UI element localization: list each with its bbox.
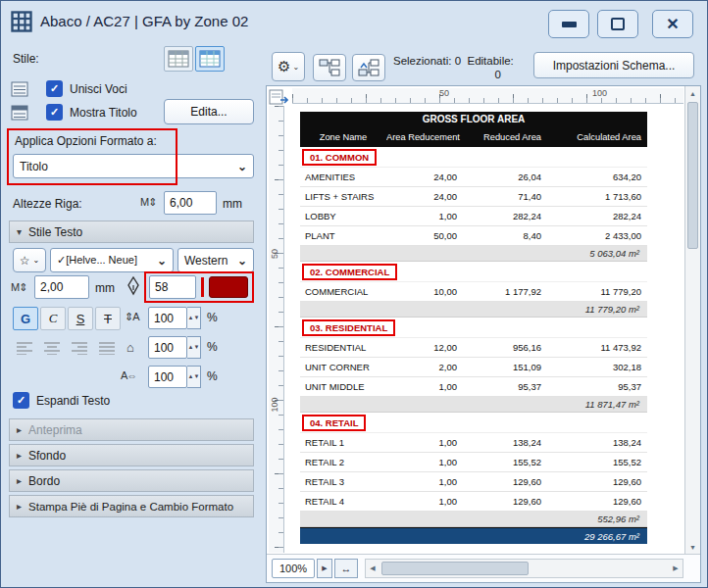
subtotal-row[interactable]: 11 871,47 m²: [300, 397, 647, 413]
subtotal-row[interactable]: 5 063,04 m²: [300, 246, 647, 262]
table-cell[interactable]: 10,00: [386, 286, 463, 297]
stile-testo-panel-header[interactable]: ▾ Stile Testo: [9, 220, 254, 243]
maximize-button[interactable]: [597, 10, 638, 38]
category-row[interactable]: 02. COMMERCIAL: [300, 262, 647, 282]
espandi-testo-checkbox[interactable]: ✓: [13, 392, 29, 409]
grand-total-row[interactable]: 29 266,67 m²: [300, 527, 647, 544]
table-row[interactable]: RESIDENTIAL12,00956,1611 473,92: [300, 338, 647, 358]
table-cell[interactable]: 95,37: [463, 381, 547, 392]
table-row[interactable]: RETAIL 41,00129,60129,60: [300, 492, 647, 512]
table-cell[interactable]: LIFTS + STAIRS: [300, 191, 386, 202]
table-cell[interactable]: 1,00: [386, 437, 463, 448]
strikethrough-button[interactable]: T: [95, 307, 121, 330]
table-cell[interactable]: AMENITIES: [300, 172, 386, 182]
table-row[interactable]: UNIT CORNER2,00151,09302,18: [300, 358, 647, 377]
scroll-left-icon[interactable]: ◀: [366, 560, 379, 577]
table-cell[interactable]: 71,40: [463, 191, 547, 202]
table-cell[interactable]: PLANT: [300, 230, 386, 241]
table-cell[interactable]: 129,60: [463, 496, 547, 507]
close-button[interactable]: ✕: [652, 10, 693, 38]
stampa-panel-header[interactable]: ▸ Stampa Piè di Pagina e Cambio Formato: [9, 495, 254, 517]
align-right-icon[interactable]: [68, 338, 91, 358]
table-cell[interactable]: 1,00: [386, 211, 463, 221]
category-row[interactable]: 03. RESIDENTIAL: [300, 318, 647, 338]
align-center-icon[interactable]: [40, 338, 64, 358]
table-cell[interactable]: 138,24: [547, 437, 647, 448]
applica-dropdown[interactable]: Titolo ⌄: [13, 154, 254, 178]
table-cell[interactable]: 1,00: [386, 496, 463, 507]
table-cell[interactable]: COMMERCIAL: [300, 286, 386, 297]
table-cell[interactable]: 26,04: [463, 172, 547, 182]
paragraph-spacing-input[interactable]: [148, 336, 187, 359]
vertical-scroll-thumb[interactable]: [687, 102, 698, 249]
table-title[interactable]: GROSS FLOOR AREA: [300, 112, 647, 126]
table-row[interactable]: LIFTS + STAIRS24,0071,401 713,60: [300, 187, 647, 207]
table-cell[interactable]: 129,60: [547, 476, 647, 487]
table-row[interactable]: RETAIL 11,00138,24138,24: [300, 433, 647, 453]
align-justify-icon[interactable]: [95, 338, 119, 358]
zoom-level-button[interactable]: 100%: [272, 559, 315, 578]
mostra-titolo-checkbox[interactable]: ✓: [46, 104, 63, 121]
table-cell[interactable]: 155,52: [547, 457, 647, 467]
scheme-fields-button[interactable]: [352, 54, 385, 81]
table-cell[interactable]: RETAIL 4: [300, 496, 386, 507]
table-row[interactable]: COMMERCIAL10,001 177,9211 779,20: [300, 282, 647, 302]
table-cell[interactable]: 138,24: [463, 437, 547, 448]
column-header[interactable]: Calculated Area: [547, 132, 647, 142]
table-cell[interactable]: 12,00: [386, 342, 463, 353]
scheme-structure-button[interactable]: [313, 54, 346, 81]
table-row[interactable]: RETAIL 21,00155,52155,52: [300, 453, 647, 472]
table-cell[interactable]: RESIDENTIAL: [300, 342, 386, 353]
table-cell[interactable]: 8,40: [463, 230, 547, 241]
table-cell[interactable]: 24,00: [386, 191, 463, 202]
table-row[interactable]: LOBBY1,00282,24282,24: [300, 207, 647, 226]
script-dropdown[interactable]: Western ⌄: [177, 248, 254, 272]
table-cell[interactable]: 956,16: [463, 342, 547, 353]
pen-number-input[interactable]: [149, 275, 196, 299]
table-cell[interactable]: 95,37: [547, 381, 647, 392]
align-left-icon[interactable]: [13, 338, 36, 358]
font-dropdown[interactable]: ✓[Helve... Neue] ⌄: [50, 248, 174, 272]
horizontal-ruler[interactable]: 50 100: [292, 88, 683, 104]
table-header-row[interactable]: Zone Name Area Reducement Reduced Area C…: [300, 126, 647, 147]
altezze-riga-input[interactable]: [164, 191, 217, 215]
scroll-right-icon[interactable]: ▶: [669, 560, 683, 577]
vertical-ruler[interactable]: 50 100: [269, 106, 284, 553]
header-view-button-selected[interactable]: [195, 46, 225, 72]
category-row[interactable]: 01. COMMON: [300, 147, 647, 168]
table-cell[interactable]: 50,00: [386, 230, 463, 241]
table-row[interactable]: PLANT50,008,402 433,00: [300, 226, 647, 246]
column-header[interactable]: Reduced Area: [463, 132, 547, 142]
scroll-up-icon[interactable]: ▲: [685, 86, 700, 100]
table-cell[interactable]: 155,52: [463, 457, 547, 467]
table-view-button[interactable]: [164, 46, 193, 72]
schedule-canvas[interactable]: GROSS FLOOR AREA Zone Name Area Reduceme…: [284, 104, 683, 553]
tracking-input[interactable]: [148, 366, 187, 388]
table-cell[interactable]: 129,60: [547, 496, 647, 507]
subtotal-row[interactable]: 552,96 m²: [300, 512, 647, 527]
tracking-spinner[interactable]: ▲▼: [187, 366, 201, 388]
column-header[interactable]: Area Reducement: [386, 132, 463, 142]
table-cell[interactable]: UNIT CORNER: [300, 362, 386, 372]
category-row[interactable]: 04. RETAIL: [300, 413, 647, 433]
table-cell[interactable]: RETAIL 3: [300, 476, 386, 487]
table-cell[interactable]: UNIT MIDDLE: [300, 381, 386, 392]
table-cell[interactable]: 11 779,20: [547, 286, 647, 297]
anteprima-panel-header[interactable]: ▸ Anteprima: [9, 418, 254, 441]
table-cell[interactable]: 282,24: [547, 211, 647, 221]
table-row[interactable]: RETAIL 31,00129,60129,60: [300, 472, 647, 492]
line-spacing-input[interactable]: [148, 307, 187, 329]
table-cell[interactable]: 11 473,92: [547, 342, 647, 353]
table-cell[interactable]: 24,00: [386, 172, 463, 182]
table-cell[interactable]: RETAIL 2: [300, 457, 386, 467]
table-cell[interactable]: 1 713,60: [547, 191, 647, 202]
table-cell[interactable]: 302,18: [547, 362, 647, 372]
table-cell[interactable]: LOBBY: [300, 211, 386, 221]
table-cell[interactable]: 2 433,00: [547, 230, 647, 241]
table-cell[interactable]: 1,00: [386, 381, 463, 392]
table-cell[interactable]: 1 177,92: [463, 286, 547, 297]
edita-button[interactable]: Edita...: [164, 99, 254, 124]
scroll-down-icon[interactable]: ▼: [685, 540, 700, 554]
horizontal-scroll-thumb[interactable]: [381, 562, 529, 575]
pen-color-swatch[interactable]: [209, 276, 248, 298]
